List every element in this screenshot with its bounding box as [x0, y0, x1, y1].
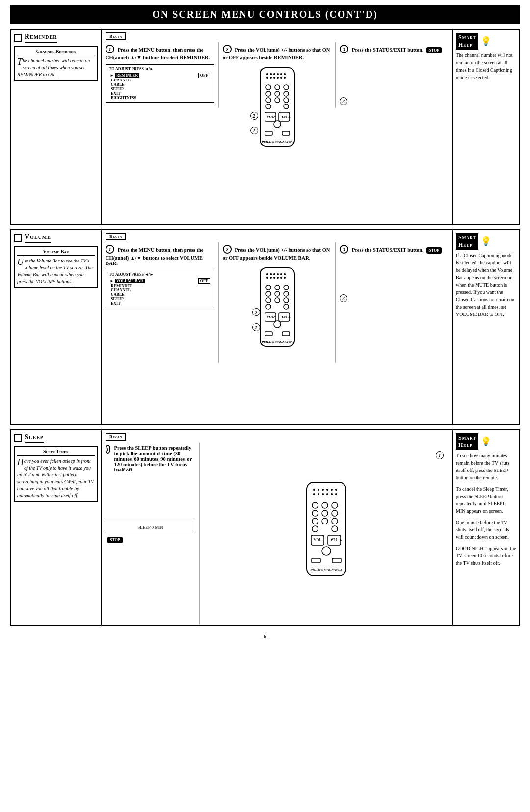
svg-point-73: [313, 489, 315, 491]
page-title: On Screen Menu Controls (Cont'd): [10, 5, 520, 24]
svg-point-9: [273, 77, 275, 79]
svg-point-42: [284, 273, 286, 275]
reminder-subsection-text: The channel number will remain on screen…: [17, 57, 95, 78]
svg-point-55: [266, 298, 271, 303]
volume-right-col: SmartHelp 💡 If a Closed Captioning mode …: [453, 230, 519, 424]
reminder-step-2-col: 2 Press the VOL(ume) +/- buttons so that…: [219, 42, 336, 108]
svg-rect-70: [282, 332, 290, 336]
svg-point-13: [266, 85, 271, 90]
svg-text:+: +: [274, 115, 276, 119]
reminder-step-1: 1 Press the MENU button, then press the …: [102, 42, 219, 108]
svg-point-59: [284, 304, 289, 309]
svg-rect-69: [265, 332, 272, 336]
svg-point-40: [277, 273, 279, 275]
sleep-left-col: Sleep Sleep Timer Have you ever fallen a…: [11, 430, 102, 625]
svg-text:PHILIPS MAGNAVOX: PHILIPS MAGNAVOX: [262, 140, 293, 143]
vol-remote-label-1: 1: [252, 323, 260, 331]
volume-subsection-title: Volume Bar: [17, 249, 95, 256]
sleep-menu-diagram: SLEEP 0 MIN: [106, 522, 195, 533]
volume-left-col: Volume Volume Bar Use the Volume Bar to …: [11, 230, 102, 424]
reminder-step-3-text: Press the STATUS/EXIT button.: [352, 47, 424, 52]
reminder-step-2-text: Press the VOL(ume) +/- buttons so that O…: [223, 47, 330, 60]
step-num-2a: 2: [223, 45, 232, 53]
svg-point-12: [284, 77, 286, 79]
svg-point-37: [266, 273, 268, 275]
sleep-begin-label: Begin: [106, 433, 126, 441]
sleep-smart-help-title: SmartHelp: [456, 433, 478, 450]
volume-remote-illustration: VOL - + CH ▼ ▲ PHILIPS MAGNAVOX 2 1: [250, 265, 304, 360]
svg-point-47: [280, 277, 282, 279]
sleep-remote-col: VOL - + CH ▼ ▲ PHILIPS MAGNAVOX 1: [200, 443, 452, 625]
svg-point-75: [322, 489, 324, 491]
vol-step-num-1: 1: [106, 245, 114, 254]
svg-point-92: [322, 518, 328, 524]
volume-menu-diagram: TO ADJUST PRESS ◄/► ►VOLUME BAROFF REMIN…: [106, 270, 214, 308]
svg-point-1: [266, 73, 268, 75]
reminder-right-col: SmartHelp 💡 The channel number will not …: [453, 30, 519, 224]
remote-label-3a: 3: [340, 97, 347, 105]
vol-step-num-2: 2: [223, 245, 232, 254]
svg-point-85: [312, 502, 318, 508]
svg-text:▼: ▼: [330, 538, 334, 542]
svg-point-41: [280, 273, 282, 275]
sleep-display: SLEEP 0 MIN: [109, 524, 192, 531]
reminder-left-col: Reminder Channel Reminder The channel nu…: [11, 30, 102, 224]
svg-text:+: +: [274, 315, 276, 319]
sleep-title: Sleep: [25, 433, 44, 443]
svg-point-88: [312, 510, 318, 516]
svg-point-3: [273, 73, 275, 75]
svg-point-46: [277, 277, 279, 279]
svg-point-93: [332, 518, 338, 524]
svg-point-87: [332, 502, 338, 508]
svg-point-50: [275, 285, 280, 290]
svg-point-23: [284, 104, 289, 109]
volume-lightbulb-icon: 💡: [480, 236, 491, 247]
volume-middle-col: Begin 1 Press the MENU button, then pres…: [102, 230, 453, 424]
svg-rect-34: [282, 131, 290, 135]
sleep-help-p3: One minute before the TV shuts itself of…: [456, 519, 516, 541]
svg-point-17: [275, 91, 280, 96]
sleep-right-col: SmartHelp 💡 To see how many minutes rema…: [453, 430, 519, 625]
reminder-menu-diagram: TO ADJUST PRESS ◄/► ►REMINDEROFF CHANNEL…: [106, 64, 214, 103]
volume-step-2-col: 2 Press the VOL(ume) +/- buttons so that…: [219, 242, 336, 363]
svg-point-76: [326, 489, 328, 491]
svg-point-78: [335, 489, 337, 491]
svg-point-2: [270, 73, 272, 75]
svg-point-44: [270, 277, 272, 279]
volume-begin-label: Begin: [106, 233, 126, 240]
svg-point-84: [335, 493, 337, 495]
svg-point-94: [312, 526, 318, 532]
svg-point-91: [312, 518, 318, 524]
svg-point-18: [284, 91, 289, 96]
sleep-help-p1: To see how many minutes remain before th…: [456, 452, 516, 481]
svg-point-89: [322, 510, 328, 516]
svg-text:PHILIPS MAGNAVOX: PHILIPS MAGNAVOX: [310, 568, 342, 572]
svg-point-95: [332, 526, 338, 532]
svg-point-15: [284, 85, 289, 90]
svg-point-49: [266, 285, 271, 290]
volume-subsection-text: Use the Volume Bar to see the TV's volum…: [17, 258, 95, 285]
svg-point-5: [280, 73, 282, 75]
svg-point-58: [266, 304, 271, 309]
svg-point-82: [326, 493, 328, 495]
svg-text:▲: ▲: [339, 538, 343, 542]
reminder-title: Reminder: [25, 33, 57, 43]
svg-point-56: [275, 298, 280, 303]
svg-point-54: [284, 291, 289, 296]
svg-point-90: [332, 510, 338, 516]
reminder-step-3-col: 3 Press the STATUS/EXIT button. STOP 3: [336, 42, 452, 108]
svg-point-81: [322, 493, 324, 495]
step-num-1: 1: [106, 45, 114, 53]
sleep-help-p4: GOOD NIGHT appears on the TV screen 10 s…: [456, 545, 516, 567]
volume-step-3-text: Press the STATUS/EXIT button.: [352, 247, 424, 253]
svg-point-19: [266, 98, 271, 103]
svg-text:▼: ▼: [281, 115, 284, 119]
page-footer: - 6 -: [0, 629, 530, 643]
svg-text:▲: ▲: [288, 315, 291, 319]
svg-text:VOL: VOL: [313, 538, 321, 542]
remote-label-2: 2: [250, 112, 258, 120]
sleep-remote-label-1: 1: [436, 451, 444, 459]
svg-point-57: [284, 298, 289, 303]
volume-smart-help-text: If a Closed Captioning mode is selected,…: [456, 252, 516, 318]
svg-point-10: [277, 77, 279, 79]
